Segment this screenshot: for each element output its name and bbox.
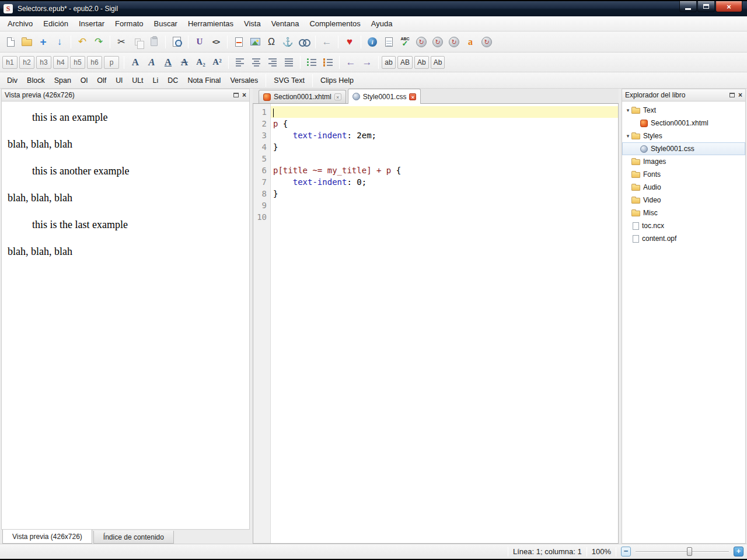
tab-close-icon[interactable]: × (409, 93, 416, 100)
menu-vista[interactable]: Vista (239, 16, 266, 31)
align-center-button[interactable] (248, 54, 264, 71)
spellcheck-button[interactable]: ABC ✓ (397, 34, 413, 50)
insert-link-button[interactable] (296, 34, 312, 50)
preview-tab-vista-previa-426x726[interactable]: Vista previa (426x726) (2, 530, 92, 544)
back-button[interactable]: ← (319, 34, 335, 50)
minimize-button[interactable] (679, 1, 697, 12)
menu-ventana[interactable]: Ventana (266, 16, 305, 31)
tree-item-fonts[interactable]: Fonts (622, 168, 745, 181)
menu-formato[interactable]: Formato (110, 16, 148, 31)
case-button-3[interactable]: Ab (414, 56, 429, 69)
expand-arrow[interactable]: ▾ (624, 133, 631, 139)
donate-button[interactable]: ♥ (341, 34, 358, 50)
open-file-button[interactable] (19, 34, 35, 50)
tree-item-text[interactable]: ▾Text (622, 104, 745, 117)
nota-final-button[interactable]: Nota Final (183, 74, 225, 87)
tree-item-misc[interactable]: Misc (622, 206, 745, 219)
menu-ayuda[interactable]: Ayuda (366, 16, 398, 31)
numbered-list-button[interactable] (320, 54, 336, 71)
tree-item-images[interactable]: Images (622, 155, 745, 168)
insert-id-button[interactable]: ⚓ (280, 34, 296, 50)
italic-button[interactable]: A (144, 54, 160, 71)
tree-item-section0001-xhtml[interactable]: Section0001.xhtml (622, 117, 745, 130)
preview-tab-ndice-de-contenido[interactable]: Índice de contenido (93, 531, 174, 544)
plugin-2-button[interactable]: ↻ (430, 34, 446, 50)
olf-button[interactable]: Olf (92, 74, 111, 87)
ol-button[interactable]: Ol (76, 74, 93, 87)
code-view-button[interactable]: <> (208, 34, 224, 50)
svg-text-button[interactable]: SVG Text (269, 74, 309, 87)
align-left-button[interactable] (232, 54, 248, 71)
float-panel-icon[interactable] (233, 93, 239, 97)
code-editor[interactable]: 12345678910 p { text-indent: 2em;}p[titl… (253, 104, 619, 544)
tree-item-video[interactable]: Video (622, 194, 745, 206)
span-button[interactable]: Span (50, 74, 76, 87)
bullet-list-button[interactable] (303, 54, 320, 71)
tree-item-audio[interactable]: Audio (622, 181, 745, 194)
save-button[interactable]: ↓ (51, 34, 68, 50)
copy-button[interactable] (130, 34, 146, 50)
tree-item-styles[interactable]: ▾Styles (622, 130, 745, 142)
div-button[interactable]: Div (2, 74, 22, 87)
tree-item-content-opf[interactable]: content.opf (622, 232, 745, 245)
tab-section0001-xhtml[interactable]: Section0001.xhtml × (259, 90, 346, 103)
menu-edici-n[interactable]: Edición (38, 16, 74, 31)
amazon-plugin-button[interactable]: a (462, 34, 479, 50)
zoom-in-button[interactable]: + (734, 547, 743, 556)
cut-button[interactable]: ✂ (113, 34, 130, 50)
heading-h2-button[interactable]: h2 (19, 56, 34, 69)
heading-h5-button[interactable]: h5 (70, 56, 85, 69)
heading-h6-button[interactable]: h6 (87, 56, 102, 69)
paste-button[interactable] (146, 34, 162, 50)
superscript-button[interactable]: A² (209, 54, 225, 71)
menu-buscar[interactable]: Buscar (148, 16, 182, 31)
reports-button[interactable] (381, 34, 397, 50)
clips-help-button[interactable]: Clips Help (316, 74, 358, 87)
special-character-button[interactable]: Ω (263, 34, 280, 50)
plugin-1-button[interactable]: ↻ (413, 34, 430, 50)
case-button-4[interactable]: Ab (431, 56, 445, 69)
strikethrough-button[interactable]: A (176, 54, 193, 71)
tab-close-icon[interactable]: × (334, 93, 341, 100)
li-button[interactable]: Li (148, 74, 163, 87)
mend-button[interactable]: U (191, 34, 208, 50)
block-button[interactable]: Block (22, 74, 50, 87)
tree-item-toc-ncx[interactable]: toc.ncx (622, 219, 745, 232)
outdent-button[interactable]: ← (343, 54, 359, 71)
redo-button[interactable]: ↷ (90, 34, 107, 50)
versales-button[interactable]: Versales (225, 74, 263, 87)
close-button[interactable]: × (715, 1, 742, 12)
new-file-button[interactable] (2, 34, 19, 50)
float-panel-icon[interactable] (729, 93, 735, 97)
heading-p-button[interactable]: p (104, 56, 119, 69)
subscript-button[interactable]: A₂ (193, 54, 209, 71)
heading-h3-button[interactable]: h3 (36, 56, 51, 69)
heading-h4-button[interactable]: h4 (53, 56, 68, 69)
close-panel-icon[interactable]: × (738, 92, 742, 99)
find-button[interactable] (169, 34, 185, 50)
heading-h1-button[interactable]: h1 (2, 56, 18, 69)
menu-complementos[interactable]: Complementos (304, 16, 365, 31)
dc-button[interactable]: DC (163, 74, 183, 87)
bold-button[interactable]: A (127, 54, 144, 71)
zoom-slider[interactable] (636, 547, 729, 556)
insert-image-button[interactable] (247, 34, 263, 50)
case-button-2[interactable]: AB (397, 56, 413, 69)
expand-arrow[interactable]: ▾ (624, 107, 631, 113)
tree-item-style0001-css[interactable]: Style0001.css (622, 142, 745, 155)
align-justify-button[interactable] (281, 54, 297, 71)
undo-button[interactable]: ↶ (74, 34, 90, 50)
align-right-button[interactable] (264, 54, 281, 71)
case-button-1[interactable]: ab (382, 56, 396, 69)
menu-insertar[interactable]: Insertar (74, 16, 110, 31)
ult-button[interactable]: ULt (127, 74, 148, 87)
add-existing-button[interactable]: + (35, 34, 51, 50)
code-area[interactable]: p { text-indent: 2em;}p[title ~= my_titl… (271, 104, 618, 543)
indent-button[interactable]: → (359, 54, 375, 71)
zoom-out-button[interactable]: − (621, 547, 631, 556)
underline-button[interactable]: A (160, 54, 176, 71)
tab-style0001-css[interactable]: Style0001.css × (348, 89, 421, 104)
maximize-button[interactable] (697, 1, 715, 12)
menu-archivo[interactable]: Archivo (2, 16, 38, 31)
plugin-3-button[interactable]: ↻ (446, 34, 462, 50)
